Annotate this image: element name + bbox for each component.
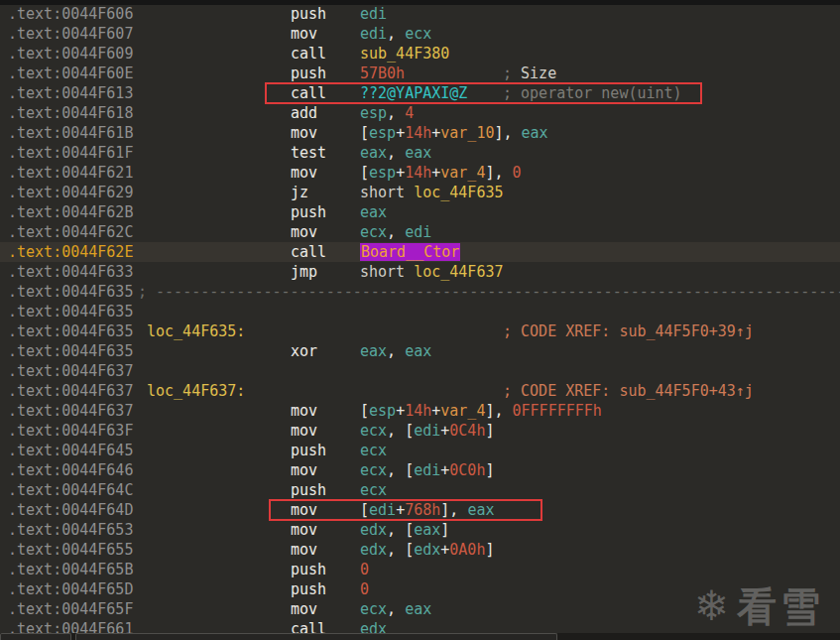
operands: 0 (360, 560, 369, 579)
asm-line[interactable]: .text:0044F607movedi, ecx (0, 24, 840, 44)
operands: short loc_44F635 (360, 183, 504, 202)
register: esp (369, 124, 396, 142)
mnemonic: mov (291, 24, 317, 44)
comment: ; operator new(uint) (503, 83, 682, 103)
import-name[interactable]: ??2@YAPAXI@Z (360, 84, 467, 102)
asm-line[interactable]: .text:0044F635loc_44F635:; CODE XREF: su… (0, 321, 840, 341)
address: .text:0044F609 (8, 44, 133, 64)
operands: ecx, [edi+0C4h] (360, 421, 494, 441)
asm-line[interactable]: .text:0044F64Cpushecx (0, 480, 840, 500)
operands: short loc_44F637 (360, 262, 504, 282)
address: .text:0044F607 (8, 24, 133, 44)
mnemonic: call (291, 242, 326, 262)
asm-line[interactable]: .text:0044F63Fmovecx, [edi+0C4h] (0, 421, 840, 441)
number: 0 (360, 580, 369, 598)
address: .text:0044F606 (8, 4, 133, 24)
name-reference[interactable]: loc_44F635 (414, 184, 503, 201)
address: .text:0044F621 (8, 163, 133, 183)
mnemonic: call (291, 83, 326, 103)
ida-disassembly-window: .text:0044F606pushedi.text:0044F607moved… (0, 0, 840, 640)
asm-line[interactable]: .text:0044F637 (0, 361, 840, 381)
address: .text:0044F635 (8, 302, 133, 321)
kanxue-watermark: ❄ 看雪 (694, 584, 824, 628)
asm-line[interactable]: .text:0044F64Dmov[edi+768h], eax (0, 500, 840, 520)
asm-line[interactable]: .text:0044F635xoreax, eax (0, 341, 840, 361)
asm-line[interactable]: .text:0044F606pushedi (0, 4, 840, 24)
asm-line[interactable]: .text:0044F621mov[esp+14h+var_4], 0 (0, 163, 840, 183)
asm-line[interactable]: .text:0044F633jmpshort loc_44F637 (0, 262, 840, 282)
register: ecx (360, 461, 387, 479)
number: 0A0h (449, 541, 485, 559)
operand-text: , (387, 342, 405, 360)
register: edi (369, 501, 396, 519)
register: eax (360, 342, 387, 360)
keyword: short (360, 263, 414, 281)
asm-line[interactable]: .text:0044F62Cmovecx, edi (0, 222, 840, 242)
bottom-panel-edge (0, 633, 840, 640)
mnemonic: push (291, 64, 326, 83)
asm-line[interactable]: .text:0044F609callsub_44F380 (0, 44, 840, 64)
address: .text:0044F629 (8, 183, 133, 202)
asm-line[interactable]: .text:0044F61Ftesteax, eax (0, 143, 840, 163)
operand-text: + (396, 402, 405, 420)
xref-comment: ; CODE XREF: sub_44F5F0+43↑j (503, 382, 754, 400)
asm-line[interactable]: .text:0044F637mov[esp+14h+var_4], 0FFFFF… (0, 401, 840, 421)
asm-line[interactable]: .text:0044F629jzshort loc_44F635 (0, 183, 840, 202)
address: .text:0044F65B (8, 560, 133, 579)
asm-line[interactable]: .text:0044F637loc_44F637:; CODE XREF: su… (0, 381, 840, 401)
asm-line[interactable]: .text:0044F653movedx, [eax] (0, 520, 840, 540)
number: 57B0h (360, 64, 405, 82)
asm-line[interactable]: .text:0044F618addesp, 4 (0, 103, 840, 123)
bottom-panel-segment (75, 633, 557, 640)
number: 0C0h (449, 461, 485, 479)
mnemonic: mov (291, 540, 317, 560)
operands: 0 (360, 579, 369, 599)
comment: ; (503, 64, 521, 82)
address: .text:0044F63F (8, 421, 133, 441)
register: ecx (360, 481, 387, 499)
named-function-highlight[interactable]: Board__Ctor (360, 243, 460, 261)
operand-text: , (387, 223, 405, 241)
asm-line[interactable]: .text:0044F646movecx, [edi+0C0h] (0, 460, 840, 480)
name-reference[interactable]: loc_44F637 (414, 263, 503, 281)
asm-line[interactable]: .text:0044F60Epush57B0h; Size (0, 64, 840, 83)
address: .text:0044F62C (8, 222, 133, 242)
asm-line[interactable]: .text:0044F645pushecx (0, 441, 840, 460)
name-reference[interactable]: sub_44F380 (360, 45, 449, 63)
mnemonic: mov (291, 520, 317, 540)
asm-line[interactable]: .text:0044F65Bpush0 (0, 560, 840, 579)
operands: ecx (360, 441, 387, 460)
register: esp (369, 164, 396, 182)
asm-line[interactable]: .text:0044F62Bpusheax (0, 202, 840, 222)
register: edi (360, 5, 387, 23)
operands: edi (360, 4, 387, 24)
disassembly-listing[interactable]: .text:0044F606pushedi.text:0044F607moved… (0, 0, 840, 639)
asm-line[interactable]: .text:0044F62EcallBoard__Ctor (0, 242, 840, 262)
bottom-panel-segment (0, 633, 71, 640)
operands: ecx, eax (360, 599, 431, 619)
location-label[interactable]: loc_44F637: (147, 381, 245, 401)
operands: esp, 4 (360, 103, 414, 123)
asm-line[interactable]: .text:0044F635; ------------------------… (0, 282, 840, 302)
register: edi (360, 25, 387, 43)
register: edi (414, 461, 440, 479)
operand-text: , [ (387, 521, 414, 539)
asm-line[interactable]: .text:0044F635 (0, 302, 840, 321)
address: .text:0044F637 (8, 361, 133, 381)
mnemonic: mov (291, 421, 317, 441)
operand-text: ] (485, 422, 494, 440)
location-label[interactable]: loc_44F635: (147, 321, 245, 341)
operand-text: [ (360, 402, 369, 420)
operand-text: ], (485, 164, 512, 182)
address: .text:0044F64D (8, 500, 133, 520)
mnemonic: push (291, 441, 326, 460)
asm-line[interactable]: .text:0044F613call??2@YAPAXI@Z; operator… (0, 83, 840, 103)
asm-line[interactable]: .text:0044F61Bmov[esp+14h+var_10], eax (0, 123, 840, 143)
mnemonic: push (291, 579, 326, 599)
mnemonic: push (291, 480, 326, 500)
register: ecx (360, 422, 387, 440)
operand-text: [ (360, 164, 369, 182)
asm-line[interactable]: .text:0044F655movedx, [edx+0A0h] (0, 540, 840, 560)
operand-text: , [ (387, 461, 414, 479)
keyword: short (360, 184, 414, 201)
